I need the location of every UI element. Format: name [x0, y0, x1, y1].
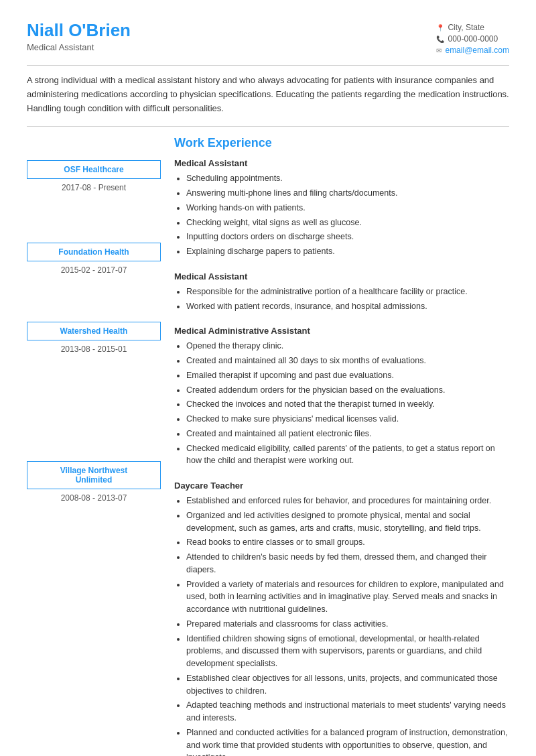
location-icon: 📍	[436, 24, 444, 32]
bullet: Established clear objectives for all les…	[186, 672, 509, 698]
job-bullets-village: Established and enforced rules for behav…	[174, 495, 509, 756]
job-title-osf: Medical Assistant	[174, 158, 509, 168]
job-entry-medical-assistant-foundation: Medical Assistant Responsible for the ad…	[174, 271, 509, 313]
job-title-foundation: Medical Assistant	[174, 271, 509, 281]
job-bullets-watershed: Opened the therapy clinic. Created and m…	[174, 340, 509, 467]
bullet: Opened the therapy clinic.	[186, 340, 509, 353]
bullet: Answering multi-phone lines and filing c…	[186, 187, 509, 200]
bullet: Organized and led activities designed to…	[186, 509, 509, 535]
company-entry-watershed: Watershed Health 2013-08 - 2015-01	[27, 322, 161, 354]
bullet: Created and maintained all patient elect…	[186, 428, 509, 440]
work-right-col: Work Experience Medical Assistant Schedu…	[161, 135, 509, 756]
bullet: Provided a variety of materials and reso…	[186, 578, 509, 616]
work-experience-section: OSF Healthcare 2017-08 - Present Foundat…	[27, 135, 509, 756]
job-bullets-foundation: Responsible for the administrative porti…	[174, 286, 509, 313]
bullet: Inputting doctors orders on discharge sh…	[186, 231, 509, 243]
company-date-village: 2008-08 - 2013-07	[27, 493, 161, 503]
phone-icon: 📞	[436, 36, 444, 43]
job-title-village: Daycare Teacher	[174, 481, 509, 491]
candidate-title: Medical Assistant	[27, 42, 131, 52]
summary-divider	[27, 126, 509, 127]
resume-container: Niall O'Brien Medical Assistant 📍 City, …	[0, 0, 536, 756]
contact-phone: 📞 000-000-0000	[436, 34, 509, 44]
bullet: Identified children showing signs of emo…	[186, 633, 509, 670]
company-date-watershed: 2013-08 - 2015-01	[27, 344, 161, 354]
bullet: Checked medicaid eligibility, called par…	[186, 442, 509, 468]
job-entry-medical-assistant-osf: Medical Assistant Scheduling appointment…	[174, 158, 509, 258]
company-box-foundation: Foundation Health	[27, 243, 161, 261]
bullet: Prepared materials and classrooms for cl…	[186, 618, 509, 631]
company-entry-osf: OSF Healthcare 2017-08 - Present	[27, 160, 161, 192]
header-contact: 📍 City, State 📞 000-000-0000 ✉ email@ema…	[436, 23, 509, 57]
company-box-watershed: Watershed Health	[27, 322, 161, 340]
bullet: Explaining discharge papers to patients.	[186, 245, 509, 258]
bullet: Checked the invoices and noted that the …	[186, 398, 509, 411]
email-icon: ✉	[436, 47, 442, 54]
contact-location: 📍 City, State	[436, 23, 509, 32]
header: Niall O'Brien Medical Assistant 📍 City, …	[27, 20, 509, 57]
company-date-osf: 2017-08 - Present	[27, 183, 161, 192]
bullet: Created and maintained all 30 days to si…	[186, 355, 509, 367]
work-left-col: OSF Healthcare 2017-08 - Present Foundat…	[27, 135, 161, 756]
bullet: Adapted teaching methods and instruction…	[186, 699, 509, 724]
job-bullets-osf: Scheduling appointments. Answering multi…	[174, 172, 509, 258]
company-date-foundation: 2015-02 - 2017-07	[27, 265, 161, 275]
bullet: Created addendum orders for the physicia…	[186, 384, 509, 397]
bullet: Established and enforced rules for behav…	[186, 495, 509, 507]
company-entry-foundation: Foundation Health 2015-02 - 2017-07	[27, 243, 161, 275]
company-entry-village: Village NorthwestUnlimited 2008-08 - 201…	[27, 461, 161, 503]
email-link[interactable]: email@email.com	[445, 46, 509, 55]
bullet: Working hands-on with patients.	[186, 202, 509, 214]
job-title-watershed: Medical Administrative Assistant	[174, 326, 509, 336]
bullet: Worked with patient records, insurance, …	[186, 300, 509, 313]
job-entry-daycare-teacher: Daycare Teacher Established and enforced…	[174, 481, 509, 756]
header-left: Niall O'Brien Medical Assistant	[27, 20, 131, 52]
bullet: Scheduling appointments.	[186, 172, 509, 185]
candidate-name: Niall O'Brien	[27, 20, 131, 41]
bullet: Read books to entire classes or to small…	[186, 536, 509, 549]
header-divider	[27, 65, 509, 66]
work-section-title: Work Experience	[174, 136, 509, 150]
bullet: Emailed therapist if upcoming and past d…	[186, 369, 509, 382]
company-box-village: Village NorthwestUnlimited	[27, 461, 161, 489]
bullet: Responsible for the administrative porti…	[186, 286, 509, 298]
bullet: Planned and conducted activities for a b…	[186, 727, 509, 756]
contact-email: ✉ email@email.com	[436, 46, 509, 55]
bullet: Checking weight, vital signs as well as …	[186, 216, 509, 229]
summary-text: A strong individual with a medical assis…	[27, 74, 509, 115]
bullet: Attended to children's basic needs by fe…	[186, 551, 509, 576]
company-box-osf: OSF Healthcare	[27, 160, 161, 179]
bullet: Checked to make sure physicians' medical…	[186, 413, 509, 426]
job-entry-admin-asst-watershed: Medical Administrative Assistant Opened …	[174, 326, 509, 467]
